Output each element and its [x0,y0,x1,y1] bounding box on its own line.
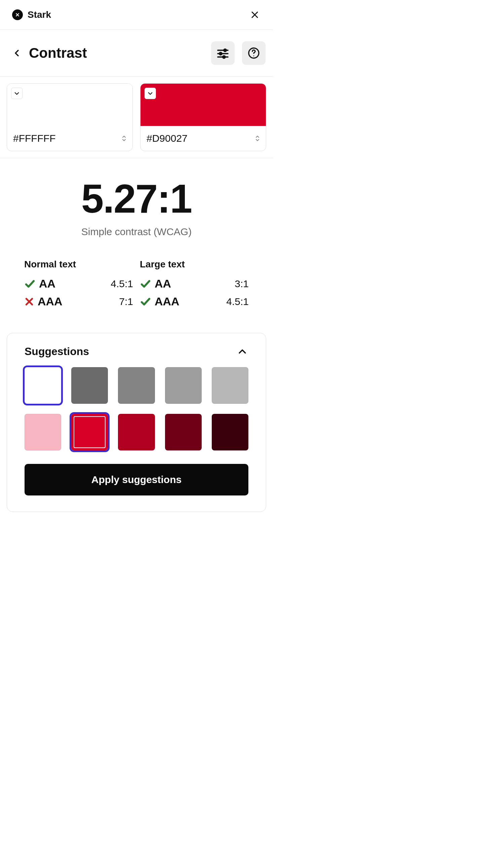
header-left: Stark [12,9,51,20]
compliance-grid: Normal text AA4.5:1AAA7:1 Large text AA3… [0,251,273,333]
compliance-row-left: AAA [24,295,62,308]
compliance-row: AAA7:1 [24,295,133,308]
close-icon [249,9,260,20]
suggestion-swatch[interactable] [212,367,248,404]
compliance-row-left: AA [24,277,56,290]
stepper-icon [122,135,126,142]
page-title: Contrast [29,45,87,61]
check-icon [140,278,151,289]
title-actions [211,41,266,65]
contrast-result: 5.27:1 Simple contrast (WCAG) [0,158,273,251]
suggestion-swatch[interactable] [165,367,202,404]
suggestions-header: Suggestions [25,345,248,358]
suggestions-panel: Suggestions Apply suggestions [7,333,266,512]
foreground-hex-row[interactable]: #FFFFFF [7,126,132,151]
chevron-up-icon [237,347,247,357]
suggestion-swatch[interactable] [71,367,108,404]
help-button[interactable] [242,41,266,65]
foreground-swatch[interactable] [7,84,132,126]
compliance-threshold: 3:1 [235,278,249,289]
compliance-threshold: 4.5:1 [226,296,249,307]
background-color-card: #D90027 [140,83,266,151]
compliance-level: AAA [38,295,62,308]
suggestion-swatch[interactable] [71,414,108,451]
background-swatch[interactable] [141,84,266,126]
compliance-level: AAA [155,295,180,308]
suggestions-grid [25,367,248,451]
svg-point-3 [219,53,222,55]
contrast-ratio: 5.27:1 [24,178,249,219]
settings-button[interactable] [211,41,235,65]
stepper-icon [255,135,260,142]
check-icon [140,296,151,307]
suggestions-collapse-button[interactable] [236,346,248,358]
close-button[interactable] [248,8,262,22]
compliance-large-text: Large text AA3:1AAA4.5:1 [140,259,249,313]
background-picker-toggle[interactable] [145,88,156,99]
sliders-icon [216,46,230,60]
svg-point-5 [223,56,225,58]
chevron-down-icon [147,90,153,96]
stark-panel: Stark Contrast [0,0,273,512]
svg-point-1 [224,49,226,52]
suggestion-swatch[interactable] [25,414,61,451]
contrast-sublabel: Simple contrast (WCAG) [24,226,249,238]
panel-header: Stark [0,0,273,30]
stark-logo-icon [12,9,23,20]
compliance-normal-text: Normal text AA4.5:1AAA7:1 [24,259,133,313]
svg-point-7 [253,55,254,56]
help-icon [247,46,261,60]
foreground-color-card: #FFFFFF [7,83,133,151]
background-hex-value: #D90027 [147,133,187,144]
compliance-row: AA3:1 [140,277,249,290]
chevron-down-icon [14,90,20,96]
compliance-level: AA [155,277,171,290]
title-left: Contrast [11,45,87,61]
compliance-col-title: Normal text [24,259,133,270]
compliance-row-left: AA [140,277,171,290]
app-title: Stark [28,9,51,20]
chevron-left-icon [13,48,21,59]
suggestion-swatch[interactable] [118,367,155,404]
compliance-row: AAA4.5:1 [140,295,249,308]
suggestions-title: Suggestions [25,345,89,358]
foreground-picker-toggle[interactable] [11,88,23,99]
compliance-threshold: 4.5:1 [111,278,133,289]
background-hex-row[interactable]: #D90027 [141,126,266,151]
foreground-hex-value: #FFFFFF [13,133,56,144]
x-icon [24,297,34,307]
suggestion-swatch[interactable] [212,414,248,451]
compliance-row-left: AAA [140,295,180,308]
check-icon [24,278,36,289]
back-button[interactable] [11,48,23,59]
suggestion-swatch[interactable] [25,367,61,404]
compliance-row: AA4.5:1 [24,277,133,290]
compliance-level: AA [39,277,56,290]
suggestion-swatch[interactable] [118,414,155,451]
color-swatch-row: #FFFFFF #D90027 [0,76,273,158]
compliance-col-title: Large text [140,259,249,270]
title-row: Contrast [0,30,273,76]
compliance-threshold: 7:1 [119,296,133,307]
apply-suggestions-button[interactable]: Apply suggestions [25,464,248,495]
suggestion-swatch[interactable] [165,414,202,451]
